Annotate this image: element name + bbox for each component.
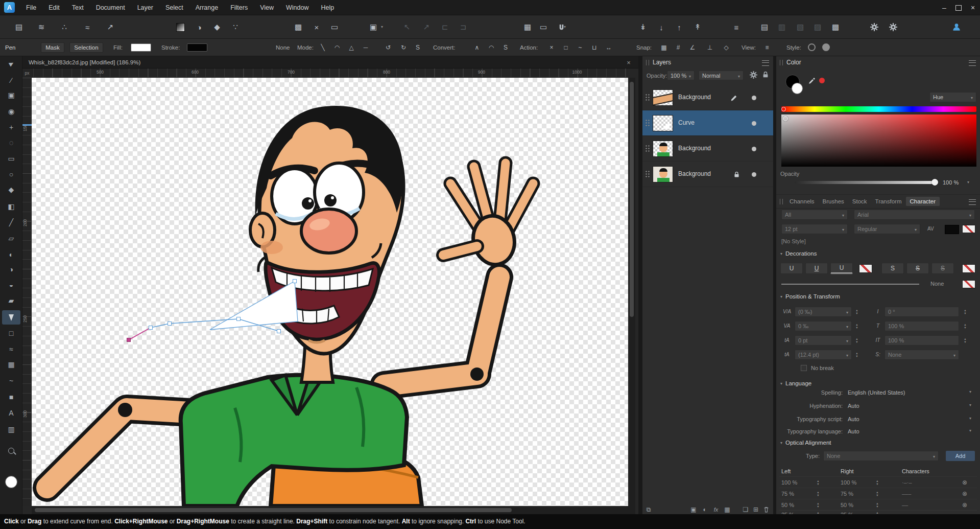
edit-pencil-icon[interactable] xyxy=(730,95,737,104)
layer-row-selected[interactable]: Curve xyxy=(642,110,773,136)
strike-none-button[interactable]: S xyxy=(881,263,904,274)
insertion-caret-icon[interactable]: ▾ xyxy=(381,25,386,29)
position-transform-section-header[interactable]: Position & Transform xyxy=(780,293,840,300)
layer-visibility-toggle[interactable] xyxy=(752,96,756,100)
reverse-curves-icon[interactable]: ↔ xyxy=(603,42,615,53)
decoration-stroke-none[interactable]: None xyxy=(930,281,944,287)
tab-stock[interactable]: Stock xyxy=(848,197,871,206)
join-curves-icon[interactable]: ⊔ xyxy=(588,42,601,53)
panel-menu-icon[interactable] xyxy=(969,199,976,205)
optical-add-button[interactable]: Add xyxy=(946,451,975,461)
live-filter-icon[interactable]: ▦ xyxy=(722,505,732,514)
language-section-header[interactable]: Language xyxy=(780,380,811,386)
selection-button[interactable]: Selection xyxy=(69,42,103,53)
canvas[interactable] xyxy=(32,78,628,506)
layer-row[interactable]: Background xyxy=(642,136,773,162)
rubber-band-icon[interactable]: ↺ xyxy=(382,42,394,53)
style-fill-circle[interactable] xyxy=(822,43,830,51)
move-back-icon[interactable]: ↖ xyxy=(398,19,416,35)
picked-color-dot[interactable] xyxy=(819,78,825,83)
optical-right-value[interactable]: 100 % xyxy=(841,479,856,486)
snapshot-icon[interactable]: ⧉ xyxy=(643,505,654,514)
pixel-tool[interactable]: ▥ xyxy=(0,422,22,436)
alignment-icon[interactable]: ≡ xyxy=(728,19,745,35)
adjustment-layer-icon[interactable]: ◐ xyxy=(700,505,710,514)
menu-item-edit[interactable]: Edit xyxy=(42,0,66,15)
decoration-line-swatch[interactable] xyxy=(962,280,975,288)
left-ruler[interactable]: 150 200 250 300 xyxy=(22,78,32,506)
flatten-icon[interactable]: ▨ xyxy=(809,19,826,35)
fx-icon[interactable]: fx xyxy=(711,505,721,514)
assistant-gear-icon[interactable] xyxy=(885,19,902,35)
delete-selection-icon[interactable]: × xyxy=(308,19,325,35)
menu-item-window[interactable]: Window xyxy=(280,0,315,15)
horizontal-scale-field[interactable]: 100 % xyxy=(885,335,959,346)
kerning-field[interactable]: (0 ‰) xyxy=(795,307,852,317)
maximize-button[interactable] xyxy=(952,0,965,15)
optical-left-value[interactable]: 50 % xyxy=(781,502,794,508)
smooth-node-icon[interactable]: ◠ xyxy=(485,42,497,53)
layer-thumbnail[interactable] xyxy=(653,166,673,182)
snapping-grid-icon[interactable]: ▦ xyxy=(519,19,536,35)
dodge-brush-tool[interactable]: ◐ xyxy=(0,247,22,262)
tab-channels[interactable]: Channels xyxy=(785,197,819,206)
delete-layer-icon[interactable] xyxy=(761,505,771,514)
mask-layer-icon[interactable]: ▣ xyxy=(688,505,699,514)
menu-item-filters[interactable]: Filters xyxy=(224,0,254,15)
force-pixel-alignment-icon[interactable]: ▭ xyxy=(535,19,552,35)
vertical-scrollbar[interactable] xyxy=(628,78,635,506)
merge-visible-icon[interactable]: ▥ xyxy=(773,19,791,35)
marching-ants-icon[interactable]: ▭ xyxy=(326,19,343,35)
menu-item-document[interactable]: Document xyxy=(90,0,131,15)
lock-layer-icon[interactable] xyxy=(762,71,769,80)
tab-brushes[interactable]: Brushes xyxy=(819,197,848,206)
underline-none-button[interactable]: U xyxy=(780,263,803,274)
menu-item-text[interactable]: Text xyxy=(66,0,90,15)
menu-item-view[interactable]: View xyxy=(254,0,280,15)
optical-characters[interactable]: ·–·– xyxy=(902,479,912,486)
snap-angles-icon[interactable]: ∠ xyxy=(686,42,699,53)
decoration-stroke-preview[interactable] xyxy=(781,284,919,285)
layer-drag-handle[interactable] xyxy=(645,119,650,127)
burn-brush-tool[interactable]: ◑ xyxy=(0,262,22,277)
forward-one-icon[interactable]: ↑ xyxy=(671,19,688,35)
smart-mode-icon[interactable]: ◠ xyxy=(331,42,343,53)
text-stroke-swatch[interactable] xyxy=(962,225,975,233)
healing-brush-tool[interactable]: + xyxy=(0,120,22,134)
insert-inside-icon[interactable]: ⊏ xyxy=(436,19,453,35)
account-button[interactable] xyxy=(948,19,965,35)
layer-visibility-toggle[interactable] xyxy=(752,147,756,151)
baseline-stepper[interactable] xyxy=(854,335,860,346)
fill-color-swatch[interactable] xyxy=(792,83,803,94)
underline-single-button[interactable]: U xyxy=(805,263,828,274)
spray-icon[interactable]: ∵ xyxy=(227,19,244,35)
saturation-brightness-box[interactable] xyxy=(781,114,976,167)
hue-slider-knob[interactable] xyxy=(781,107,786,111)
remove-row-icon[interactable]: ⊗ xyxy=(962,479,967,486)
colour-picker-tool[interactable]: ∕ xyxy=(0,73,22,87)
slice-icon[interactable]: ▩ xyxy=(827,19,844,35)
typography-language-caret-icon[interactable]: ▾ xyxy=(969,428,971,433)
optical-characters[interactable]: ––– xyxy=(902,491,911,497)
layer-thumbnail[interactable] xyxy=(653,141,673,157)
smart-node-icon[interactable]: S xyxy=(499,42,512,53)
close-curve-icon[interactable]: □ xyxy=(560,42,572,53)
vertical-scrollbar-thumb[interactable] xyxy=(630,82,634,317)
pressure-icon[interactable]: ≋ xyxy=(33,19,50,35)
add-new-curve-icon[interactable]: ↻ xyxy=(397,42,410,53)
snap-construction-icon[interactable]: ◇ xyxy=(720,42,732,53)
fill-swatch[interactable] xyxy=(131,43,151,52)
layer-drag-handle[interactable] xyxy=(645,170,650,178)
layer-locked-icon[interactable] xyxy=(733,171,740,180)
path-node[interactable] xyxy=(237,317,241,321)
layer-drag-handle[interactable] xyxy=(645,145,650,153)
panel-grip-icon[interactable] xyxy=(780,60,783,65)
optical-type-select[interactable]: None xyxy=(823,451,939,461)
font-size-select[interactable]: 12 pt xyxy=(781,224,848,234)
merge-down-icon[interactable]: ▤ xyxy=(756,19,773,35)
stroke-swatch[interactable] xyxy=(187,43,207,52)
insertion-target-icon[interactable]: ▣ xyxy=(365,19,382,35)
optical-left-stepper[interactable] xyxy=(815,501,821,509)
crop-tool[interactable]: ▣ xyxy=(0,88,22,102)
decorations-section-header[interactable]: Decorations xyxy=(780,250,817,257)
